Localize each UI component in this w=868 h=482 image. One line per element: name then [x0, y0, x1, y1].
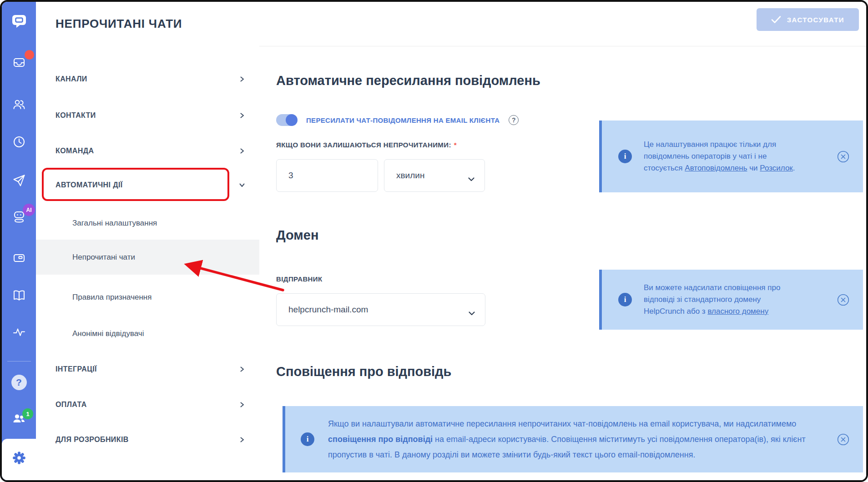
auto-messages-link[interactable]: Автоповідомлень	[685, 164, 747, 172]
menu-item-integrations[interactable]: ІНТЕГРАЦІЇ	[36, 359, 259, 379]
section-heading-reply-notification: Сповіщення про відповідь	[276, 364, 451, 379]
history-clock-icon[interactable]	[2, 135, 36, 149]
helpcrunch-logo-icon[interactable]	[2, 12, 36, 30]
reply-notifications-bold: сповіщення про відповіді	[328, 435, 433, 444]
forward-toggle-label: ПЕРЕСИЛАТИ ЧАТ-ПОВІДОМЛЕННЯ НА EMAIL КЛІ…	[306, 116, 500, 124]
chevron-right-icon	[239, 366, 245, 374]
app-window: AI ?	[0, 0, 868, 482]
menu-item-anonymous-visitors[interactable]: Анонімні відвідувачі	[36, 324, 259, 344]
close-icon[interactable]	[837, 433, 849, 446]
chevron-right-icon	[239, 76, 245, 84]
forward-toggle-row: ПЕРЕСИЛАТИ ЧАТ-ПОВІДОМЛЕННЯ НА EMAIL КЛІ…	[276, 112, 519, 128]
chevron-down-icon	[239, 182, 245, 190]
inbox-notification-dot	[25, 50, 34, 60]
forward-chat-toggle[interactable]	[276, 114, 297, 126]
contacts-icon[interactable]	[2, 97, 36, 112]
menu-item-general-settings[interactable]: Загальні налаштування	[36, 213, 259, 233]
campaigns-link[interactable]: Розсилок	[760, 164, 792, 172]
info-box-forwarding-text: Це налаштування працює тільки для повідо…	[644, 139, 801, 174]
menu-item-unread-chats[interactable]: Непрочитані чати	[36, 240, 259, 275]
chat-widget-icon[interactable]	[2, 251, 36, 265]
info-box-reply-text: Якщо ви налаштували автоматичне пересила…	[328, 416, 837, 462]
info-icon: i	[618, 150, 632, 163]
section-heading-auto-forwarding: Автоматичне пересилання повідомлень	[276, 73, 540, 88]
help-question-icon[interactable]: ?	[509, 115, 519, 125]
chevron-down-icon	[468, 174, 474, 184]
menu-item-team[interactable]: КОМАНДА	[36, 141, 259, 161]
apply-button[interactable]: ЗАСТОСУВАТИ	[757, 8, 859, 31]
chevron-right-icon	[239, 112, 245, 120]
settings-menu: КАНАЛИ КОНТАКТИ КОМАНДА АВТОМАТИЧНІ ДІЇ …	[36, 46, 260, 480]
icon-sidebar: AI ?	[2, 2, 36, 480]
info-box-domain: i Ви можете надсилати сповіщення про від…	[599, 270, 863, 330]
sender-domain-value: helpcrunch-mail.com	[288, 305, 368, 315]
status-pulse-icon[interactable]	[2, 325, 36, 340]
menu-item-billing[interactable]: ОПЛАТА	[36, 395, 259, 415]
knowledge-base-icon[interactable]	[2, 288, 36, 302]
rail-divider	[7, 361, 31, 362]
help-icon[interactable]: ?	[2, 375, 36, 390]
menu-item-for-developers[interactable]: ДЛЯ РОЗРОБНИКІВ	[36, 430, 259, 450]
chevron-down-icon	[469, 308, 475, 318]
main-content: Автоматичне пересилання повідомлень ПЕРЕ…	[259, 46, 866, 480]
info-box-domain-text: Ви можете надсилати сповіщення про відпо…	[644, 282, 803, 317]
campaigns-send-icon[interactable]	[2, 173, 36, 188]
team-count-badge: 1	[22, 408, 33, 419]
menu-item-channels[interactable]: КАНАЛИ	[36, 69, 259, 89]
sender-domain-select[interactable]: helpcrunch-mail.com	[276, 293, 485, 326]
chevron-right-icon	[239, 148, 245, 156]
close-icon[interactable]	[837, 294, 849, 306]
chevron-right-icon	[239, 437, 245, 445]
info-box-forwarding: i Це налаштування працює тільки для пові…	[599, 120, 863, 192]
unread-condition-label: ЯКЩО ВОНИ ЗАЛИШАЮТЬСЯ НЕПРОЧИТАНИМИ:*	[276, 141, 457, 149]
chevron-right-icon	[239, 402, 245, 410]
info-icon: i	[618, 293, 632, 306]
close-icon[interactable]	[837, 151, 849, 163]
info-box-reply-notifications: i Якщо ви налаштували автоматичне переси…	[283, 406, 863, 472]
check-icon	[771, 15, 781, 24]
menu-item-assignment-rules[interactable]: Правила призначення	[36, 287, 259, 307]
toggle-knob	[286, 114, 298, 126]
apply-button-label: ЗАСТОСУВАТИ	[787, 16, 844, 24]
own-domain-link[interactable]: власного домену	[707, 307, 768, 316]
time-unit-value: хвилин	[396, 171, 424, 181]
sender-label: ВІДПРАВНИК	[276, 275, 323, 283]
minutes-input[interactable]	[276, 159, 378, 192]
section-heading-domain: Домен	[276, 228, 318, 243]
page-title: НЕПРОЧИТАНІ ЧАТИ	[56, 2, 182, 46]
info-icon: i	[301, 432, 314, 446]
menu-item-automated-actions[interactable]: АВТОМАТИЧНІ ДІЇ	[36, 175, 259, 195]
ai-badge: AI	[23, 204, 35, 216]
time-unit-select[interactable]: хвилин	[384, 159, 485, 192]
page-header: НЕПРОЧИТАНІ ЧАТИ ЗАСТОСУВАТИ	[36, 2, 866, 46]
required-asterisk: *	[454, 141, 457, 149]
settings-gear-icon[interactable]	[2, 450, 36, 466]
menu-item-contacts[interactable]: КОНТАКТИ	[36, 105, 259, 126]
